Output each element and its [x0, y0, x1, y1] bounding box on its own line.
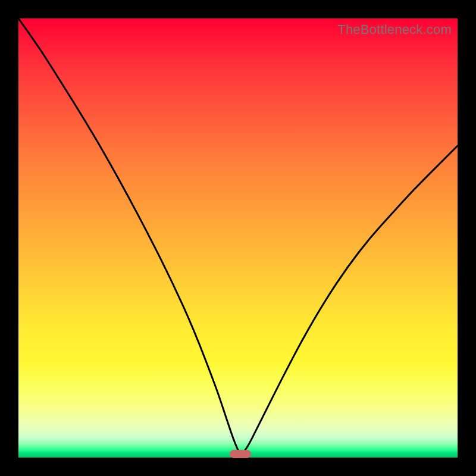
plot-area: TheBottleneck.com [18, 18, 458, 458]
bottleneck-curve [18, 18, 458, 458]
chart-frame: TheBottleneck.com [0, 0, 476, 476]
minimum-marker [230, 450, 251, 458]
